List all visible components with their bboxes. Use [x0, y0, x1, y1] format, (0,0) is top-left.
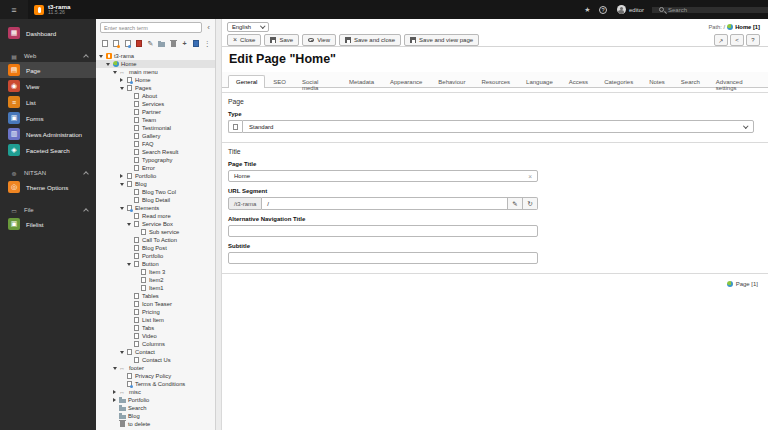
- user-avatar[interactable]: [617, 5, 626, 14]
- tree-expander-icon[interactable]: [126, 223, 131, 226]
- tree-node-item1[interactable]: Item1: [96, 284, 215, 292]
- sidebar-section-web[interactable]: ▤Web: [0, 50, 96, 62]
- tree-node-call-to-action[interactable]: Call To Action: [96, 236, 215, 244]
- tree-node-team[interactable]: Team: [96, 116, 215, 124]
- global-search-input[interactable]: Search: [652, 7, 768, 13]
- sidebar-item-faceted-search[interactable]: ◈Faceted Search: [0, 142, 96, 158]
- tree-node-home[interactable]: Home: [96, 60, 215, 68]
- tree-node-portfolio[interactable]: Portfolio: [96, 172, 215, 180]
- tree-node-misc[interactable]: ↔misc: [96, 388, 215, 396]
- subtitle-input[interactable]: [228, 252, 538, 264]
- tree-collapse-button[interactable]: ‹: [204, 22, 213, 33]
- tree-expander-icon[interactable]: [119, 351, 124, 354]
- tree-node-blog[interactable]: Blog: [96, 180, 215, 188]
- tab-search[interactable]: Search: [673, 75, 708, 88]
- sidebar-item-news-administration[interactable]: ▥News Administration: [0, 126, 96, 142]
- tab-categories[interactable]: Categories: [596, 75, 641, 88]
- tree-node-search[interactable]: Search: [96, 404, 215, 412]
- tree-node-list-item[interactable]: List Item: [96, 316, 215, 324]
- view-button[interactable]: View: [302, 34, 336, 46]
- tree-node-tabs[interactable]: Tabs: [96, 324, 215, 332]
- sidebar-item-theme-options[interactable]: ◎Theme Options: [0, 179, 96, 195]
- alternative-navigation-title-input[interactable]: [228, 225, 538, 237]
- sidebar-item-view[interactable]: ◉View: [0, 78, 96, 94]
- tree-node-columns[interactable]: Columns: [96, 340, 215, 348]
- sidebar-item-filelist[interactable]: ▣Filelist: [0, 216, 96, 232]
- tree-node-terms-conditions[interactable]: Terms & Conditions: [96, 380, 215, 388]
- help-icon[interactable]: ?: [599, 6, 607, 14]
- tab-access[interactable]: Access: [561, 75, 596, 88]
- tree-node-privacy-policy[interactable]: Privacy Policy: [96, 372, 215, 380]
- open-in-new-window-button[interactable]: ↗: [714, 34, 728, 46]
- tree-node-to-delete[interactable]: to delete: [96, 420, 215, 428]
- tree-node-home[interactable]: Home: [96, 76, 215, 84]
- sidebar-item-forms[interactable]: ▣Forms: [0, 110, 96, 126]
- share-button[interactable]: <: [730, 34, 744, 46]
- tree-node-button[interactable]: Button: [96, 260, 215, 268]
- tree-node-tables[interactable]: Tables: [96, 292, 215, 300]
- tree-node-portfolio[interactable]: Portfolio: [96, 252, 215, 260]
- tree-expander-icon[interactable]: [119, 183, 124, 186]
- tree-node-search-result[interactable]: Search Result: [96, 148, 215, 156]
- language-select[interactable]: English: [227, 22, 269, 32]
- close-button[interactable]: ×Close: [227, 34, 261, 46]
- tree-expander-icon[interactable]: [119, 207, 124, 210]
- tree-node-service-box[interactable]: Service Box: [96, 220, 215, 228]
- tree-node-partner[interactable]: Partner: [96, 108, 215, 116]
- tree-node-footer[interactable]: ↔footer: [96, 364, 215, 372]
- tree-expander-icon[interactable]: [119, 174, 124, 178]
- tree-node-icon-teaser[interactable]: Icon Teaser: [96, 300, 215, 308]
- delete-icon[interactable]: [169, 39, 176, 48]
- new-shortcut-page-icon[interactable]: [112, 39, 119, 48]
- tree-node-pages[interactable]: Pages: [96, 84, 215, 92]
- tree-node-t3-rama[interactable]: t3-rama: [96, 52, 215, 60]
- move-icon[interactable]: +: [181, 39, 188, 48]
- sidebar-section-file[interactable]: ▭File: [0, 204, 96, 216]
- help-button[interactable]: ?: [746, 34, 760, 46]
- tree-node-about[interactable]: About: [96, 92, 215, 100]
- tree-search-input[interactable]: Enter search term: [100, 22, 202, 33]
- tree-node-main-menu[interactable]: ↔main menu: [96, 68, 215, 76]
- tree-expander-icon[interactable]: [112, 367, 117, 370]
- tree-expander-icon[interactable]: [119, 87, 124, 90]
- tree-expander-icon[interactable]: [112, 71, 117, 74]
- tab-seo[interactable]: SEO: [265, 75, 294, 88]
- tab-resources[interactable]: Resources: [473, 75, 518, 88]
- tree-node-typography[interactable]: Typography: [96, 156, 215, 164]
- tree-node-testimonial[interactable]: Testimonial: [96, 124, 215, 132]
- tab-language[interactable]: Language: [518, 75, 561, 88]
- sidebar-item-page[interactable]: ▤Page: [0, 62, 96, 78]
- tree-node-pricing[interactable]: Pricing: [96, 308, 215, 316]
- tab-behaviour[interactable]: Behaviour: [430, 75, 473, 88]
- tree-node-error[interactable]: Error: [96, 164, 215, 172]
- sidebar-section-nitsan[interactable]: ⊛NITSAN: [0, 167, 96, 179]
- tree-node-sub-service[interactable]: Sub service: [96, 228, 215, 236]
- bookmark-star-icon[interactable]: ★: [580, 6, 595, 14]
- page-title-input[interactable]: Home ×: [228, 170, 538, 182]
- tree-expander-icon[interactable]: [119, 78, 124, 82]
- user-name[interactable]: editor: [629, 7, 644, 13]
- url-segment-edit-toggle-button[interactable]: ✎: [508, 197, 523, 210]
- tree-expander-icon[interactable]: [105, 63, 110, 66]
- tree-node-faq[interactable]: FAQ: [96, 140, 215, 148]
- sidebar-item-dashboard[interactable]: ▦Dashboard: [0, 25, 96, 41]
- tree-node-video[interactable]: Video: [96, 332, 215, 340]
- tab-social-media[interactable]: Social media: [294, 75, 341, 88]
- tree-node-read-more[interactable]: Read more: [96, 212, 215, 220]
- tree-node-item-3[interactable]: Item 3: [96, 268, 215, 276]
- tree-node-blog-detail[interactable]: Blog Detail: [96, 196, 215, 204]
- page-type-select[interactable]: Standard: [242, 120, 754, 133]
- new-folder-icon[interactable]: [158, 39, 165, 48]
- url-segment-input[interactable]: /: [262, 197, 508, 210]
- path-page-link[interactable]: Home [1]: [735, 24, 760, 30]
- tree-node-contact[interactable]: Contact: [96, 348, 215, 356]
- save-button[interactable]: Save: [264, 34, 299, 46]
- tab-metadata[interactable]: Metadata: [341, 75, 382, 88]
- tree-node-elements[interactable]: Elements: [96, 204, 215, 212]
- tree-expander-icon[interactable]: [112, 390, 117, 394]
- tree-node-services[interactable]: Services: [96, 100, 215, 108]
- edit-icon[interactable]: ✎: [147, 39, 154, 48]
- new-recycler-icon[interactable]: [135, 39, 142, 48]
- tree-expander-icon[interactable]: [126, 263, 131, 266]
- new-doc-icon[interactable]: [192, 39, 199, 48]
